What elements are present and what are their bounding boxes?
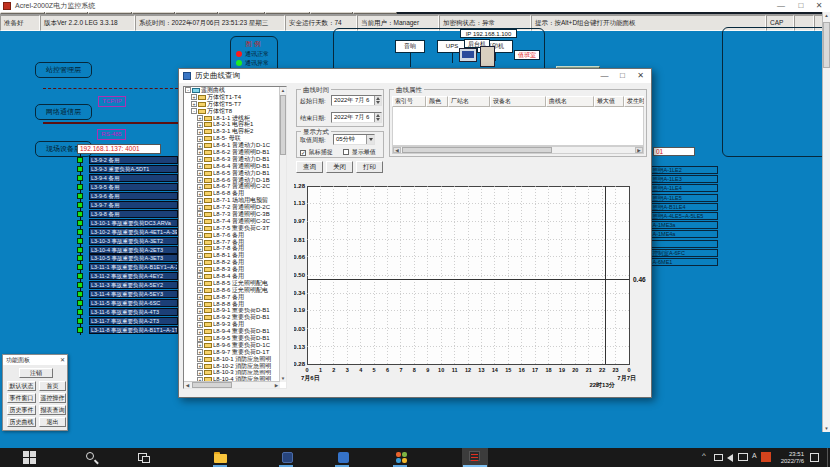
scroll-thumb[interactable] (823, 22, 830, 68)
tree-item[interactable]: +L8-7-7 备用 (184, 239, 280, 246)
expand-icon[interactable]: + (197, 170, 203, 176)
device-label[interactable] (645, 240, 718, 248)
expand-icon[interactable]: + (197, 149, 203, 155)
tray-app-icon[interactable] (761, 452, 771, 462)
mouse-capture-checkbox[interactable]: ✓ 鼠标捕捉 (300, 148, 333, 157)
device-label[interactable]: 急照明A-1LE3 (645, 175, 718, 183)
scroll-down-icon[interactable]: ▼ (823, 425, 830, 432)
tree-item[interactable]: +L8-10-1 消防应急照明 (184, 356, 280, 363)
file-explorer-icon[interactable] (213, 450, 228, 465)
device-label[interactable]: L3-11-3 事故重要负荷A-5EY2 (89, 281, 178, 289)
tree-vertical-scrollbar[interactable]: ▲ ▼ (279, 87, 286, 382)
expand-icon[interactable]: + (197, 239, 203, 245)
end-date-field[interactable]: 2022年 7月 6 (331, 112, 382, 123)
expand-icon[interactable]: + (197, 267, 203, 273)
expand-icon[interactable]: + (197, 122, 203, 128)
app-icon-grid[interactable] (394, 450, 409, 465)
volume-icon[interactable] (727, 454, 733, 462)
device-label[interactable]: L3-9-3 重要负荷A-5DT1 (89, 165, 178, 173)
expand-icon[interactable]: + (197, 246, 203, 252)
tree-item[interactable]: +L8-9-4 重要负荷D-B1 (184, 328, 280, 335)
show-extreme-checkbox[interactable]: 显示最值 (343, 148, 376, 157)
tree-item[interactable]: +万体馆T1-T4 (184, 94, 280, 101)
expand-icon[interactable]: + (197, 129, 203, 135)
expand-icon[interactable]: + (191, 101, 197, 107)
dialog-close-button[interactable]: ✕ (632, 69, 649, 83)
window-maximize-button[interactable]: □ (792, 0, 810, 12)
tree-item[interactable]: +L8-8-6 泛光照明配电 (184, 287, 280, 294)
tree-item[interactable]: +L8-10-3 消防应急照明 (184, 370, 280, 377)
expand-icon[interactable]: + (197, 163, 203, 169)
expand-icon[interactable]: + (197, 273, 203, 279)
expand-icon[interactable]: + (197, 191, 203, 197)
attributes-table-body[interactable] (392, 107, 644, 146)
device-label[interactable]: L3-11-4 事故重要负荷A-5EY3 (89, 290, 178, 298)
search-icon[interactable] (84, 450, 99, 465)
dialog-titlebar[interactable]: 历史曲线查询 — □ ✕ (179, 69, 651, 83)
tree-item[interactable]: +L8-8-5 泛光照明配电 (184, 280, 280, 287)
scroll-thumb[interactable] (402, 147, 552, 153)
tree-item[interactable]: +L8-5- 母联 (184, 135, 280, 142)
action-center-icon[interactable] (810, 453, 819, 462)
clock-date[interactable]: 2022/7/6 (776, 457, 804, 465)
main-vertical-scrollbar[interactable]: ▲ ▼ (822, 12, 830, 432)
dialog-minimize-button[interactable]: — (596, 69, 613, 83)
tree-item[interactable]: -万体馆T8 (184, 108, 280, 115)
scroll-thumb[interactable] (192, 382, 232, 388)
device-label[interactable]: 急照明A-1LE4 (645, 184, 718, 192)
window-minimize-button[interactable]: — (772, 0, 790, 12)
expand-icon[interactable]: + (197, 218, 203, 224)
tree-item[interactable]: +L8-9-6 重要负荷D-1C (184, 342, 280, 349)
expand-icon[interactable]: + (197, 294, 203, 300)
device-label[interactable]: L3-9-5 备用 (89, 183, 178, 191)
device-label[interactable]: 力A-6ME1 (645, 258, 718, 266)
start-button[interactable] (22, 450, 37, 465)
device-label[interactable]: L3-10-5 事故重要负荷A-3ET3 (89, 254, 178, 262)
fn-button-默认状态[interactable]: 默认状态 (7, 381, 36, 391)
start-date-field[interactable]: 2022年 7月 6 (331, 95, 382, 106)
collapse-icon[interactable]: - (191, 108, 197, 114)
ime-keyboard-icon[interactable] (738, 453, 748, 461)
expand-icon[interactable]: + (197, 370, 203, 376)
attributes-horizontal-scrollbar[interactable]: ◀ ▶ (392, 146, 644, 154)
expand-icon[interactable]: + (197, 356, 203, 362)
tree-item[interactable]: +万体馆T5-T7 (184, 101, 280, 108)
device-label[interactable]: 急照明A-1LE2 (645, 166, 718, 174)
device-label[interactable]: L3-9-7 备用 (89, 201, 178, 209)
tree-item[interactable]: +L8-7-2 普通照明D-2C (184, 204, 280, 211)
expand-icon[interactable]: + (197, 184, 203, 190)
fn-button-首页[interactable]: 首页 (39, 381, 66, 391)
scroll-left-icon[interactable]: ◀ (184, 382, 191, 389)
tree-item[interactable]: +L8-7-1 场地用电预留 (184, 197, 280, 204)
tree-item[interactable]: +L8-6-2 普通照明D-B1 (184, 149, 280, 156)
tree-item[interactable]: +L8-7-3 普通照明C-3B (184, 211, 280, 218)
ime-letter[interactable]: A (752, 448, 757, 463)
tree-item[interactable]: +L8-9-5 重要负荷D-B1 (184, 335, 280, 342)
device-label[interactable]: L3-11-2 事故重要负荷A-4EY2 (89, 272, 178, 280)
tree-item[interactable]: +L8-2-1 电容柜1 (184, 121, 280, 128)
tree-item[interactable]: +L8-6-6 普通动力D-1B (184, 177, 280, 184)
tree-item[interactable]: +L8-8-1 备用 (184, 252, 280, 259)
tree-item[interactable]: +L8-7-6 备用 (184, 232, 280, 239)
tree-horizontal-scrollbar[interactable]: ◀ ▶ (184, 381, 280, 388)
expand-icon[interactable]: + (197, 322, 203, 328)
date-spinner-icon[interactable] (374, 96, 381, 105)
expand-icon[interactable]: + (197, 115, 203, 121)
tree-item[interactable]: +L8-6-3 普通动力D-B1 (184, 156, 280, 163)
tree-item[interactable]: +L8-9-2 重要负荷D-B1 (184, 314, 280, 321)
device-label[interactable]: L3-11-5 事故重要负荷A-6SC (89, 299, 178, 307)
task-view-icon[interactable] (136, 450, 151, 465)
collapse-icon[interactable]: - (185, 87, 191, 93)
tree-item[interactable]: +L8-6-1 普通动力D-1C (184, 142, 280, 149)
expand-icon[interactable]: + (197, 143, 203, 149)
expand-icon[interactable]: + (197, 315, 203, 321)
window-close-button[interactable]: ✕ (810, 0, 828, 12)
expand-icon[interactable]: + (197, 280, 203, 286)
expand-icon[interactable]: + (197, 211, 203, 217)
device-label[interactable]: L3-9-8 备用 (89, 210, 178, 218)
dialog-maximize-button[interactable]: □ (614, 69, 631, 83)
scroll-up-icon[interactable]: ▲ (280, 87, 286, 94)
device-label[interactable]: L3-11-1 事故重要负荷A-B1EY1~A-2E (89, 263, 178, 271)
fn-button-历史事件[interactable]: 历史事件 (7, 405, 36, 415)
expand-icon[interactable]: + (197, 363, 203, 369)
